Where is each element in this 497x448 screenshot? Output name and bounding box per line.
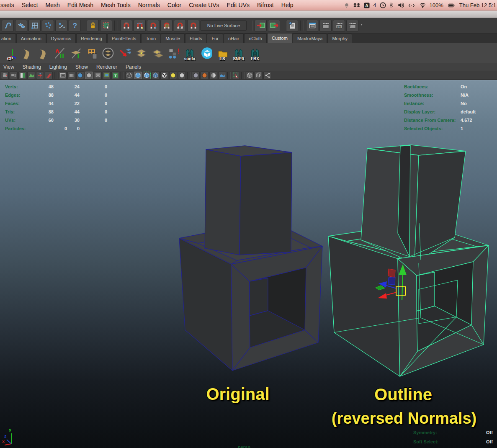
panel-menu-view[interactable]: View [3, 64, 19, 70]
ssao-icon[interactable] [201, 72, 209, 79]
field-chart-icon[interactable] [85, 72, 93, 79]
shelf-snpft[interactable]: SNPft [231, 45, 246, 61]
textured-cube-icon[interactable] [152, 72, 160, 79]
menu-item-normals[interactable]: Normals [134, 2, 164, 8]
gate-mask-icon[interactable] [76, 72, 84, 79]
menu-item-mesh-tools[interactable]: Mesh Tools [97, 2, 134, 8]
wifi-icon[interactable] [419, 2, 427, 9]
safe-title-icon[interactable] [103, 72, 111, 79]
battery-percent[interactable]: 100% [430, 2, 443, 8]
shelf-tab-fur[interactable]: Fur [207, 33, 223, 43]
snap-plane-icon[interactable] [174, 20, 186, 32]
menu-item-edit-mesh[interactable]: Edit Mesh [64, 2, 97, 8]
shelf-tab-rendering[interactable]: Rendering [76, 33, 107, 43]
shelf-delete-lattice[interactable] [84, 45, 99, 61]
panel-menu-shading[interactable]: Shading [23, 64, 46, 70]
window-titlebar[interactable] [0, 10, 497, 18]
motion-blur-icon[interactable] [209, 72, 217, 79]
perspective-viewport[interactable]: Verts:48240Edges:88440Faces:44220Tris:88… [0, 80, 497, 448]
select-camera-icon[interactable] [1, 72, 9, 79]
lock-icon[interactable] [87, 20, 99, 32]
menu-item-edit-uvs[interactable]: Edit UVs [223, 2, 253, 8]
shadows-icon[interactable] [192, 72, 200, 79]
shelf-bend-b[interactable] [35, 45, 50, 61]
render-target-in-icon[interactable] [255, 20, 267, 32]
xray-icon[interactable] [246, 72, 254, 79]
lights-all-icon[interactable] [169, 72, 177, 79]
bluetooth-icon[interactable] [389, 2, 394, 9]
shelf-cp[interactable]: CP [3, 45, 18, 61]
menu-item-bifrost[interactable]: Bifrost [253, 2, 278, 8]
panel-menu-renderer[interactable]: Renderer [96, 64, 122, 70]
camera-attributes-icon[interactable] [10, 72, 18, 79]
wireframe-on-shaded-icon[interactable] [143, 72, 151, 79]
menu-item-color[interactable]: Color [164, 2, 185, 8]
manip-plane-x[interactable] [388, 269, 395, 278]
shelf-tab-ncloth[interactable]: nCloth [244, 33, 267, 43]
snap-grid-icon[interactable] [120, 20, 132, 32]
lights-flat-icon[interactable] [178, 72, 186, 79]
menu-item-select[interactable]: Select [18, 2, 42, 8]
volume-icon[interactable] [397, 2, 404, 9]
panel-menu-show[interactable]: Show [75, 64, 93, 70]
multisample-icon[interactable] [218, 72, 226, 79]
grease-pencil-icon[interactable] [45, 72, 53, 79]
shelf-relax[interactable] [100, 45, 116, 61]
snap-center-icon[interactable] [160, 20, 173, 32]
adobe-update-count[interactable]: 4 [373, 2, 376, 8]
shelf-cube-export[interactable] [198, 45, 214, 61]
shelf-move-uv[interactable] [117, 45, 132, 61]
model-original[interactable] [179, 146, 322, 371]
render-target-out-icon[interactable] [268, 20, 280, 32]
wireframe-cube-icon[interactable] [125, 72, 133, 79]
plugin-shading-icon[interactable] [263, 72, 271, 79]
toolbar-expander-icon[interactable] [360, 20, 364, 31]
image-plane-icon[interactable] [27, 72, 35, 79]
model-outline[interactable] [328, 145, 489, 376]
shelf-mesh-b[interactable] [149, 45, 165, 61]
shelf-tab-animation[interactable]: Animation [16, 33, 46, 43]
lattice-select-icon[interactable] [28, 20, 41, 32]
render-view-icon[interactable] [306, 20, 318, 32]
shelf-bend-a[interactable] [19, 45, 34, 61]
shelf-tab-nhair[interactable]: nHair [224, 33, 244, 43]
help-icon[interactable]: ? [69, 20, 81, 32]
shelf-tab-fluids[interactable]: Fluids [185, 33, 206, 43]
shelf-tab-toon[interactable]: Toon [141, 33, 160, 43]
dev-brackets-icon[interactable] [407, 2, 416, 9]
pan-zoom-icon[interactable] [36, 72, 44, 79]
notification-bell-icon[interactable] [343, 2, 350, 9]
select-quads-icon[interactable] [15, 20, 27, 32]
shelf-mesh-a[interactable] [133, 45, 148, 61]
shelf-tab-morphy[interactable]: Morphy [327, 33, 352, 43]
menubar-clock[interactable]: Thu Feb 12 5:1 [459, 2, 496, 8]
shelf-sunfx[interactable]: sunfx [182, 45, 197, 61]
menu-item-mesh[interactable]: Mesh [42, 2, 64, 8]
render-frame-icon[interactable] [319, 20, 332, 32]
menu-item-help[interactable]: Help [278, 2, 297, 8]
construction-history-icon[interactable] [286, 20, 298, 32]
make-live-icon[interactable] [187, 20, 199, 32]
anim-select-icon[interactable] [55, 20, 67, 32]
select-box-icon[interactable] [100, 20, 112, 32]
shelf-tab-muscle[interactable]: Muscle [161, 33, 185, 43]
shaded-cube-icon[interactable] [134, 72, 142, 79]
shelf-tab-maxformaya[interactable]: MaxforMaya [293, 33, 327, 43]
shelf-es-folder[interactable]: ES [215, 45, 230, 61]
safe-action-icon[interactable] [94, 72, 102, 79]
bookmarks-icon[interactable] [18, 72, 26, 79]
shelf-tab-painteffects[interactable]: PaintEffects [107, 33, 141, 43]
film-gate-icon[interactable] [59, 72, 67, 79]
dropbox-icon[interactable] [353, 2, 361, 9]
shelf-node-alert[interactable]: ! [166, 45, 181, 61]
time-machine-icon[interactable] [379, 2, 386, 9]
adobe-updater-icon[interactable]: A [363, 2, 370, 9]
resolution-gate-icon[interactable] [67, 72, 75, 79]
panel-menu-panels[interactable]: Panels [126, 64, 146, 70]
render-settings-icon[interactable] [346, 20, 358, 32]
shelf-normals-set[interactable] [68, 45, 83, 61]
default-material-icon[interactable] [160, 72, 168, 79]
xray-active-icon[interactable] [255, 72, 263, 79]
manip-plane-z[interactable] [388, 277, 395, 285]
snap-curve-icon[interactable] [134, 20, 146, 32]
